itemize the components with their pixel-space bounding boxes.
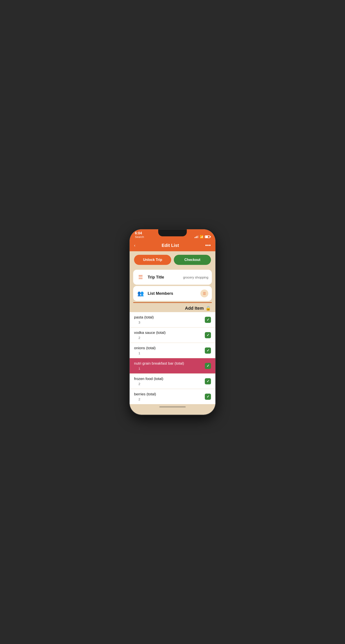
list-item[interactable]: berries (total) 2 ✓: [130, 389, 215, 404]
item-name: frozen food (total): [134, 377, 211, 381]
item-meta: 1: [134, 351, 211, 355]
back-arrow-icon: ‹: [134, 243, 135, 248]
trip-title-label: Trip Title: [148, 275, 180, 280]
page-title: Edit List: [162, 243, 179, 248]
item-name: nutri grain breakfast bar (total): [134, 361, 211, 366]
list-item[interactable]: frozen food (total) 2 ✓: [130, 374, 215, 389]
wifi-icon: 📶: [200, 235, 203, 238]
members-detail-button[interactable]: ☰: [200, 290, 208, 298]
item-checkbox[interactable]: ✓: [205, 378, 211, 384]
status-bar: 6:04 Search 📶: [130, 229, 215, 240]
item-quantity: 1: [134, 366, 140, 370]
list-item[interactable]: pasta (total) 3 ✓: [130, 312, 215, 328]
list-item[interactable]: nutri grain breakfast bar (total) 1 ✓: [130, 358, 215, 374]
lock-icon: 🔒: [205, 306, 211, 311]
item-checkbox[interactable]: ✓: [205, 332, 211, 338]
item-checkbox[interactable]: ✓: [205, 348, 211, 354]
more-button[interactable]: •••: [205, 242, 211, 248]
item-checkbox[interactable]: ✓: [205, 363, 211, 369]
content-area: Unlock Trip Checkout ☰ Trip Title grocer…: [130, 251, 215, 414]
members-list-icon: ☰: [203, 292, 206, 296]
trip-title-card[interactable]: ☰ Trip Title grocery shopping: [133, 270, 212, 285]
item-quantity: 3: [134, 320, 140, 324]
item-quantity: 2: [134, 336, 140, 340]
notch: [158, 229, 187, 236]
list-members-label: List Members: [148, 291, 197, 296]
signal-bars-icon: [194, 236, 198, 238]
item-quantity: 1: [134, 351, 140, 355]
item-name: vodka sauce (total): [134, 330, 211, 335]
item-name: berries (total): [134, 392, 211, 396]
unlock-trip-button[interactable]: Unlock Trip: [134, 255, 171, 265]
item-quantity: 2: [134, 382, 140, 386]
status-time: 6:04: [135, 231, 142, 235]
item-checkbox[interactable]: ✓: [205, 317, 211, 323]
item-meta: 2: [134, 336, 211, 340]
add-item-row: Add Item 🔒: [130, 303, 215, 312]
item-meta: 3: [134, 320, 211, 324]
trip-title-value: grocery shopping: [183, 276, 208, 279]
back-button[interactable]: ‹: [134, 243, 135, 248]
item-meta: 2: [134, 382, 211, 386]
items-list: pasta (total) 3 ✓ vodka sauce (total) 2: [130, 312, 215, 404]
list-item[interactable]: vodka sauce (total) 2 ✓: [130, 328, 215, 343]
item-name: onions (total): [134, 346, 211, 350]
add-item-label: Add Item: [185, 306, 204, 311]
item-meta: 1: [134, 366, 211, 370]
battery-icon: [205, 236, 210, 238]
phone-screen: 6:04 Search 📶 ‹ Edit List: [130, 229, 215, 415]
action-buttons: Unlock Trip Checkout: [130, 251, 215, 268]
item-name: pasta (total): [134, 315, 211, 320]
status-icons: 📶: [194, 235, 210, 238]
item-meta: 2: [134, 397, 211, 401]
list-members-card[interactable]: 👥 List Members ☰: [133, 286, 212, 301]
list-icon: ☰: [137, 273, 145, 281]
item-checkbox[interactable]: ✓: [205, 394, 211, 400]
home-indicator-area: [130, 404, 215, 410]
back-label: Search: [135, 235, 144, 238]
phone-frame: 6:04 Search 📶 ‹ Edit List: [130, 229, 215, 415]
list-item[interactable]: onions (total) 1 ✓: [130, 343, 215, 358]
checkout-button[interactable]: Checkout: [174, 255, 211, 265]
home-indicator: [159, 406, 186, 408]
item-quantity: 2: [134, 397, 140, 401]
nav-bar: ‹ Edit List •••: [130, 240, 215, 251]
people-icon: 👥: [137, 290, 145, 298]
